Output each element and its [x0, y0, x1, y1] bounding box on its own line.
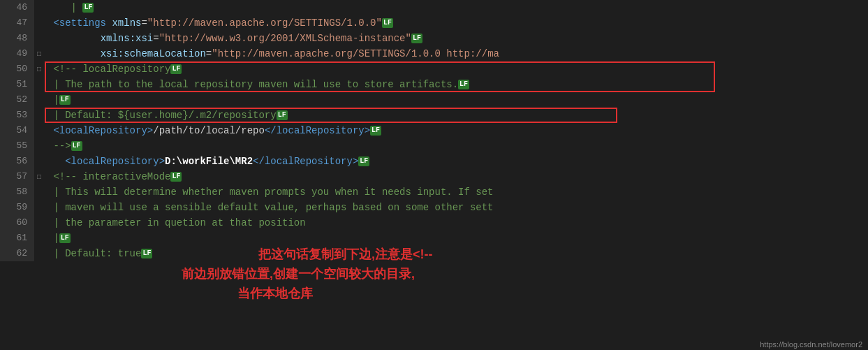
line-58: 58 | This will determine whether maven p… — [0, 184, 868, 200]
line-61: 61 |LF — [0, 231, 868, 246]
fold-57: □ — [34, 169, 45, 184]
line-57: 57□ <!-- interactiveModeLF — [0, 169, 868, 184]
line-62: 62 | Default: trueLF — [0, 246, 868, 261]
lf-marker: LF — [170, 64, 182, 74]
line-number-62: 62 — [0, 246, 34, 261]
line-content-49: xsi:schemaLocation="http://maven.apache.… — [45, 46, 868, 61]
line-number-47: 47 — [0, 15, 34, 31]
line-49: 49□ xsi:schemaLocation="http://maven.apa… — [0, 46, 868, 61]
line-number-50: 50 — [0, 61, 34, 77]
fold-51 — [34, 77, 45, 92]
line-content-48: xmlns:xsi="http://www.w3.org/2001/XMLSch… — [45, 31, 868, 46]
line-46: 46 | LF — [0, 0, 868, 15]
line-60: 60 | the parameter in quetion at that po… — [0, 215, 868, 231]
line-content-62: | Default: trueLF — [45, 246, 868, 261]
line-56: 56 <localRepository>D:\workFile\MR2</loc… — [0, 154, 868, 169]
line-number-61: 61 — [0, 231, 34, 246]
line-content-50: <!-- localRepositoryLF — [45, 61, 868, 77]
code-editor: 46 | LF47 <settings xmlns="http://maven.… — [0, 0, 868, 350]
line-number-56: 56 — [0, 154, 34, 169]
line-content-60: | the parameter in quetion at that posit… — [45, 215, 868, 231]
fold-60 — [34, 215, 45, 231]
line-59: 59 | maven will use a sensible default v… — [0, 200, 868, 215]
fold-46 — [34, 0, 45, 15]
line-content-61: |LF — [45, 231, 868, 246]
lf-marker: LF — [370, 126, 381, 136]
lf-marker: LF — [411, 34, 422, 43]
line-53: 53 | Default: ${user.home}/.m2/repositor… — [0, 108, 868, 123]
line-number-59: 59 — [0, 200, 34, 215]
fold-53 — [34, 108, 45, 123]
lf-marker: LF — [170, 172, 182, 182]
fold-58 — [34, 184, 45, 200]
line-55: 55 -->LF — [0, 138, 868, 154]
line-number-58: 58 — [0, 184, 34, 200]
line-content-58: | This will determine whether maven prom… — [45, 184, 868, 200]
line-number-48: 48 — [0, 31, 34, 46]
line-number-49: 49 — [0, 46, 34, 61]
fold-49: □ — [34, 46, 45, 61]
fold-59 — [34, 200, 45, 215]
lf-marker: LF — [141, 249, 152, 258]
line-content-47: <settings xmlns="http://maven.apache.org… — [45, 15, 868, 31]
line-content-55: -->LF — [45, 138, 868, 154]
line-48: 48 xmlns:xsi="http://www.w3.org/2001/XML… — [0, 31, 868, 46]
line-content-52: |LF — [45, 92, 868, 108]
fold-55 — [34, 138, 45, 154]
line-number-55: 55 — [0, 138, 34, 154]
fold-61 — [34, 231, 45, 246]
watermark: https://blog.csdn.net/lovemor2 — [760, 340, 862, 349]
line-number-46: 46 — [0, 0, 34, 15]
fold-62 — [34, 246, 45, 261]
line-number-51: 51 — [0, 77, 34, 92]
lf-marker: LF — [277, 110, 288, 120]
line-content-57: <!-- interactiveModeLF — [45, 169, 868, 184]
lf-marker: LF — [59, 95, 71, 105]
line-content-54: <localRepository>/path/to/local/repo</lo… — [45, 123, 868, 138]
line-52: 52 |LF — [0, 92, 868, 108]
line-number-52: 52 — [0, 92, 34, 108]
lf-marker: LF — [71, 141, 82, 151]
lf-marker: LF — [358, 156, 369, 166]
lf-marker: LF — [59, 233, 71, 243]
line-content-46: | LF — [45, 0, 868, 15]
fold-52 — [34, 92, 45, 108]
annotation-ann2: 前边别放错位置,创建一个空间较大的目录, — [182, 265, 415, 282]
line-number-57: 57 — [0, 169, 34, 184]
fold-48 — [34, 31, 45, 46]
line-number-53: 53 — [0, 108, 34, 123]
line-47: 47 <settings xmlns="http://maven.apache.… — [0, 15, 868, 31]
fold-54 — [34, 123, 45, 138]
fold-50: □ — [34, 61, 45, 77]
line-51: 51 | The path to the local repository ma… — [0, 77, 868, 92]
lf-marker: LF — [382, 18, 393, 28]
fold-47 — [34, 15, 45, 31]
line-50: 50□ <!-- localRepositoryLF — [0, 61, 868, 77]
line-content-56: <localRepository>D:\workFile\MR2</localR… — [45, 154, 868, 169]
fold-56 — [34, 154, 45, 169]
line-content-59: | maven will use a sensible default valu… — [45, 200, 868, 215]
line-number-60: 60 — [0, 215, 34, 231]
line-content-53: | Default: ${user.home}/.m2/repositoryLF — [45, 108, 868, 123]
annotation-ann3: 当作本地仓库 — [237, 285, 313, 302]
line-number-54: 54 — [0, 123, 34, 138]
lf-marker: LF — [82, 3, 94, 13]
line-content-51: | The path to the local repository maven… — [45, 77, 868, 92]
line-54: 54 <localRepository>/path/to/local/repo<… — [0, 123, 868, 138]
lf-marker: LF — [458, 80, 469, 89]
